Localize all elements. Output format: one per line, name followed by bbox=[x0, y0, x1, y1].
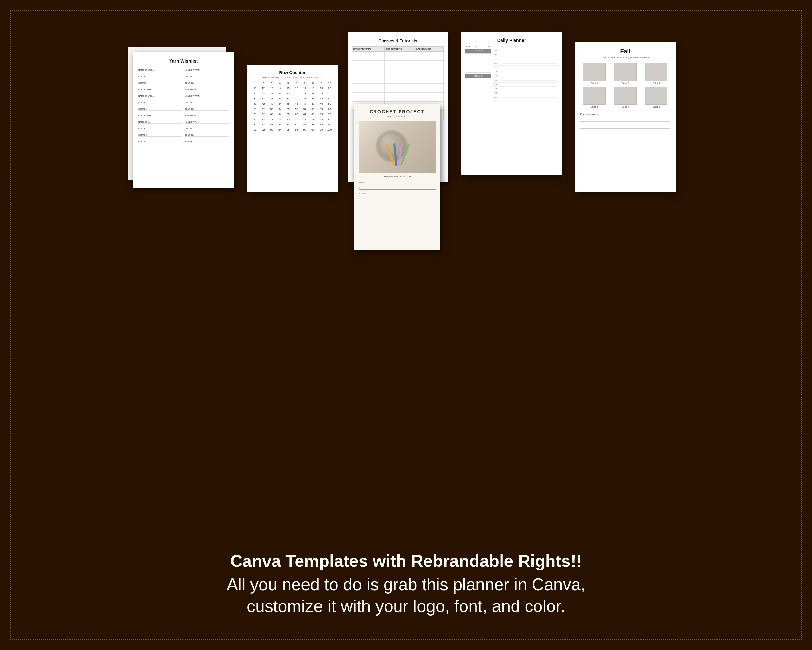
wishlist-entry: NAME OF YARN: bbox=[138, 67, 182, 73]
row-counter-title: Row Counter bbox=[251, 70, 333, 75]
belongs-to-text: This planner belongs to bbox=[383, 175, 411, 178]
time-slot-5pm: 5 PM bbox=[493, 95, 558, 99]
wishlist-entry: SOURCE: bbox=[138, 107, 182, 112]
wishlist-entry: COLOR: bbox=[185, 100, 229, 105]
wishlist-entry: SOURCE: bbox=[185, 133, 229, 138]
row-counter-card: Row Counter FOR EVERY ROW YOU FINISH, PL… bbox=[247, 65, 338, 192]
yarn-wishlist-front: Yarn Wishlist NAME OF YARN: NAME OF YARN… bbox=[133, 52, 234, 188]
name-field: Name bbox=[359, 181, 435, 184]
wishlist-entry: PURCHASED: bbox=[185, 87, 229, 92]
crochet-planner-card: CROCHET PROJECT PLANNER This planner bel… bbox=[354, 104, 445, 240]
swatch-box-5 bbox=[614, 87, 636, 105]
table-row bbox=[353, 97, 444, 102]
table-row bbox=[353, 88, 444, 93]
classes-title: Classes & Tutorials bbox=[352, 38, 444, 43]
planner-date-row: DATE: M T W T F S S bbox=[465, 46, 558, 47]
time-slot-1pm: 1 PM bbox=[493, 78, 558, 83]
color-swatch-1: Color 1 bbox=[580, 63, 608, 84]
wishlist-entry: PURCHASED: bbox=[138, 113, 182, 118]
planner-body: TOP PRIORITIES TO DO LIST 6 AM 7 AM 8 AM… bbox=[465, 49, 558, 111]
swatch-box-3 bbox=[645, 63, 667, 81]
address-field: Address bbox=[359, 193, 435, 195]
wishlist-entry: PURCHASED: bbox=[185, 113, 229, 118]
swatch-box-4 bbox=[583, 87, 606, 105]
daily-planner-title: Daily Planner bbox=[465, 38, 558, 43]
table-row bbox=[353, 79, 444, 84]
col-date-completed: DATE COMPLETED bbox=[384, 47, 414, 52]
color-grid: Color 1 Color 2 Color 3 Color 4 bbox=[580, 63, 670, 108]
bottom-text: Canva Templates with Rebrandable Rights!… bbox=[20, 540, 792, 630]
daily-planner-card: Daily Planner DATE: M T W T F S S bbox=[461, 32, 565, 169]
wishlist-entry: SOURCE: bbox=[138, 81, 182, 86]
wishlist-entry: COLOR: bbox=[138, 74, 182, 79]
wishlist-entry: SOURCE: bbox=[185, 107, 229, 112]
time-slot-8am: 8 AM bbox=[493, 57, 558, 61]
bottom-line-1: Canva Templates with Rebrandable Rights!… bbox=[46, 550, 766, 572]
wishlist-entry: COLOR: bbox=[138, 100, 182, 105]
fall-subtitle: Yarn, colors & patterns for your winter … bbox=[580, 56, 670, 58]
planner-sidebar: TOP PRIORITIES TO DO LIST bbox=[465, 49, 491, 111]
table-row bbox=[353, 93, 444, 97]
swatch-label-6: Color 6 bbox=[653, 106, 660, 108]
time-slot-2pm: 2 PM bbox=[493, 83, 558, 87]
table-row bbox=[353, 75, 444, 79]
row-counter-front: Row Counter FOR EVERY ROW YOU FINISH, PL… bbox=[247, 65, 338, 192]
table-row bbox=[353, 52, 444, 56]
time-slot-9am: 9 AM bbox=[493, 61, 558, 66]
swatch-box-6 bbox=[645, 87, 667, 105]
table-row bbox=[353, 84, 444, 88]
time-slot-6am: 6 AM bbox=[493, 49, 558, 53]
wishlist-entry: COLOR: bbox=[138, 126, 182, 131]
content-area: Yarn Wishlist NAME OF YARN: NAME OF YARN… bbox=[20, 20, 792, 630]
swatch-label-4: Color 4 bbox=[591, 106, 598, 108]
crochet-image bbox=[359, 121, 435, 173]
notes-lines bbox=[580, 118, 670, 139]
time-slot-11am: 11 AM bbox=[493, 70, 558, 74]
crochet-brand: CROCHET PROJECT bbox=[369, 109, 424, 115]
swatch-label-5: Color 5 bbox=[622, 106, 629, 108]
priorities-box bbox=[465, 53, 491, 73]
day-columns: M T W T F S S bbox=[473, 46, 518, 47]
to-do-label: TO DO LIST bbox=[465, 74, 491, 78]
time-slots: 6 AM 7 AM 8 AM 9 AM 10AM 11 AM 12 PM 1 P… bbox=[493, 49, 558, 111]
bottom-line-3: customize it with your logo, font, and c… bbox=[46, 595, 766, 618]
personal-notes-label: Personal Notes bbox=[580, 112, 670, 116]
fall-card-front: Fall Yarn, colors & patterns for your wi… bbox=[575, 42, 676, 192]
daily-planner-front: Daily Planner DATE: M T W T F S S bbox=[461, 32, 562, 176]
swatch-label-2: Color 2 bbox=[622, 82, 629, 84]
wishlist-entry: NAME OF YARN: bbox=[185, 93, 229, 99]
color-swatch-3: Color 3 bbox=[642, 63, 670, 84]
col-tutorial-name: NAME OF TUTORIAL bbox=[353, 47, 385, 52]
yarn-wishlist-card: Yarn Wishlist NAME OF YARN: NAME OF YARN… bbox=[133, 52, 237, 188]
bottom-line-2: All you need to do is grab this planner … bbox=[46, 574, 766, 596]
wishlist-entry: PURCHASED: bbox=[138, 87, 182, 92]
wishlist-entry: NAME OF YARN: bbox=[185, 67, 229, 73]
wishlist-entry: PURCH... bbox=[185, 139, 229, 144]
swatch-box-1 bbox=[583, 63, 606, 81]
color-swatch-5: Color 5 bbox=[611, 87, 639, 108]
wishlist-entry: COLOR: bbox=[185, 126, 229, 131]
time-slot-7am: 7 AM bbox=[493, 53, 558, 57]
table-row bbox=[353, 56, 444, 61]
yarn-wishlist-title: Yarn Wishlist bbox=[138, 58, 229, 64]
top-priorities-label: TOP PRIORITIES bbox=[465, 49, 491, 53]
number-grid: 12345678910 11121314151617181920 2122232… bbox=[251, 81, 333, 132]
wishlist-entry: NAME OF Y... bbox=[138, 119, 182, 125]
col-class-provider: CLASS PROVIDER bbox=[414, 47, 444, 52]
wishlist-entry: COLOR: bbox=[185, 74, 229, 79]
wishlist-entry: PURCH... bbox=[138, 139, 182, 144]
swatch-label-3: Color 3 bbox=[653, 82, 660, 84]
wishlist-entry: NAME OF Y... bbox=[185, 119, 229, 125]
table-row bbox=[353, 65, 444, 70]
swatch-box-2 bbox=[614, 63, 636, 81]
table-row bbox=[353, 70, 444, 75]
crochet-sub-brand: PLANNER bbox=[388, 115, 407, 118]
swatch-label-1: Color 1 bbox=[591, 82, 598, 84]
fall-palette-card: Fall Yarn, colors & patterns for your wi… bbox=[575, 42, 679, 185]
time-slot-4pm: 4 PM bbox=[493, 91, 558, 95]
crochet-planner-front: CROCHET PROJECT PLANNER This planner bel… bbox=[354, 104, 440, 250]
time-slot-3pm: 3 PM bbox=[493, 87, 558, 91]
time-slot-12pm: 12 PM bbox=[493, 74, 558, 78]
wishlist-entry: SOURCE: bbox=[138, 133, 182, 138]
wishlist-entry: SOURCE: bbox=[185, 81, 229, 86]
